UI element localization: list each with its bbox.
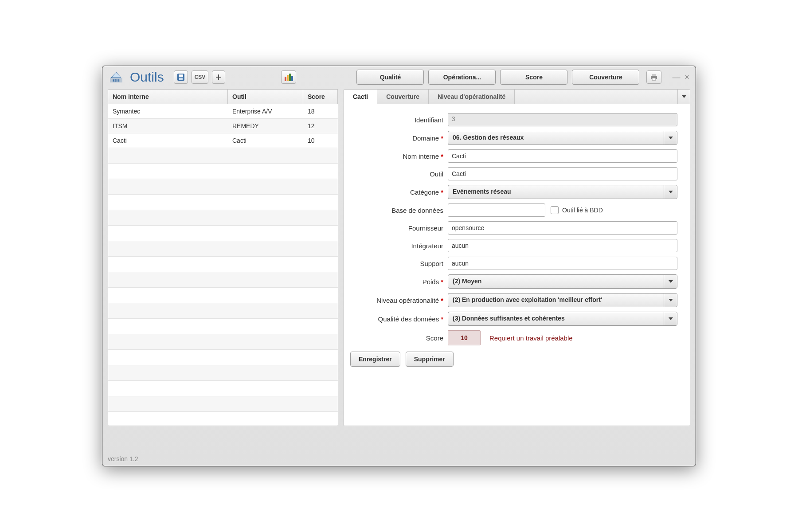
tab-operationalite[interactable]: Opérationa...	[428, 70, 496, 85]
cell-outil	[228, 210, 303, 225]
chevron-down-icon	[664, 275, 677, 288]
save-button[interactable]	[174, 70, 188, 84]
close-button[interactable]: ×	[685, 73, 689, 81]
chevron-down-icon	[664, 312, 677, 325]
field-support[interactable]	[448, 257, 677, 270]
delete-button[interactable]: Supprimer	[406, 352, 454, 367]
field-qualite-donnees[interactable]: (3) Données suffisantes et cohérentes	[448, 312, 677, 326]
cell-outil	[228, 257, 303, 272]
cell-outil	[228, 179, 303, 194]
tab-qualite[interactable]: Qualité	[356, 70, 424, 85]
cell-outil	[228, 164, 303, 179]
top-nav: Qualité Opérationa... Score Couverture —…	[356, 70, 689, 85]
cell-outil	[228, 226, 303, 241]
cell-outil: Cacti	[228, 133, 303, 148]
detail-panel: Cacti Couverture Niveau d'opérationalité…	[344, 89, 690, 426]
save-button[interactable]: Enregistrer	[350, 352, 400, 367]
cell-outil	[228, 195, 303, 210]
table-row[interactable]: SymantecEnterprise A/V18	[108, 104, 338, 119]
detail-tab-cacti[interactable]: Cacti	[344, 90, 377, 104]
svg-rect-9	[291, 76, 293, 81]
cell-score	[303, 272, 338, 287]
cell-nom	[108, 257, 228, 272]
main-body: Nom interne Outil Score SymantecEnterpri…	[102, 89, 696, 454]
table-row	[108, 164, 338, 179]
tab-couverture[interactable]: Couverture	[572, 70, 639, 85]
detail-tab-overflow[interactable]	[677, 90, 690, 104]
cell-outil	[228, 319, 303, 334]
table-row	[108, 303, 338, 319]
label-fournisseur: Fournisseur	[350, 224, 448, 232]
svg-rect-4	[179, 74, 183, 77]
chevron-down-icon	[664, 185, 677, 199]
field-identifiant: 3	[448, 113, 677, 126]
field-fournisseur[interactable]	[448, 221, 677, 235]
detail-form: Identifiant 3 Domaine* 06. Gestion des r…	[344, 104, 690, 373]
svg-text:ESIS: ESIS	[113, 79, 120, 82]
field-base-donnees[interactable]	[448, 203, 545, 217]
app-title: Outils	[130, 70, 164, 85]
table-row[interactable]: CactiCacti10	[108, 133, 338, 148]
app-logo-icon: ESIS	[109, 70, 124, 84]
label-nom-interne: Nom interne*	[350, 153, 448, 160]
topbar: ESIS Outils CSV Qualité Opérationa... Sc…	[102, 66, 696, 89]
checkbox-lie-bdd[interactable]	[551, 206, 559, 214]
field-score: 10	[448, 330, 481, 345]
table-row[interactable]: ITSMREMEDY12	[108, 119, 338, 133]
field-categorie[interactable]: Evènements réseau	[448, 185, 677, 199]
detail-tabs: Cacti Couverture Niveau d'opérationalité	[344, 90, 690, 104]
table-row	[108, 396, 338, 412]
cell-nom	[108, 226, 228, 241]
table-row	[108, 350, 338, 365]
table-row	[108, 381, 338, 396]
chevron-down-icon	[664, 293, 677, 307]
col-score[interactable]: Score	[303, 90, 338, 104]
bar-chart-icon	[284, 73, 293, 81]
detail-tab-niveau[interactable]: Niveau d'opérationalité	[429, 90, 515, 104]
cell-score	[303, 303, 338, 318]
label-domaine: Domaine*	[350, 134, 448, 142]
cell-nom: Cacti	[108, 133, 228, 148]
add-button[interactable]	[212, 70, 225, 84]
detail-tab-couverture[interactable]: Couverture	[377, 90, 429, 104]
cell-score	[303, 179, 338, 194]
col-outil[interactable]: Outil	[228, 90, 303, 104]
table-row	[108, 148, 338, 164]
cell-outil	[228, 350, 303, 365]
cell-nom	[108, 303, 228, 318]
score-note: Requiert un travail préalable	[489, 334, 573, 342]
minimize-button[interactable]: —	[672, 73, 680, 81]
cell-nom: ITSM	[108, 119, 228, 133]
cell-score: 18	[303, 104, 338, 118]
field-outil[interactable]	[448, 167, 677, 180]
field-niveau-op[interactable]: (2) En production avec exploitation 'mei…	[448, 293, 677, 307]
field-nom-interne[interactable]	[448, 149, 677, 163]
field-integrateur[interactable]	[448, 239, 677, 252]
cell-outil	[228, 288, 303, 303]
label-support: Support	[350, 260, 448, 267]
label-poids: Poids*	[350, 278, 448, 286]
cell-nom	[108, 365, 228, 380]
chart-button[interactable]	[281, 70, 296, 84]
tools-table: Nom interne Outil Score SymantecEnterpri…	[108, 89, 338, 426]
svg-rect-7	[287, 75, 289, 81]
print-button[interactable]	[646, 70, 661, 84]
cell-score	[303, 288, 338, 303]
printer-icon	[650, 74, 658, 81]
svg-rect-8	[289, 74, 291, 81]
col-nom-interne[interactable]: Nom interne	[108, 90, 228, 104]
cell-score	[303, 164, 338, 179]
cell-score	[303, 257, 338, 272]
csv-export-button[interactable]: CSV	[192, 70, 209, 84]
field-domaine[interactable]: 06. Gestion des réseaux	[448, 131, 677, 145]
cell-outil	[228, 396, 303, 411]
cell-score: 12	[303, 119, 338, 133]
table-row	[108, 319, 338, 334]
field-poids[interactable]: (2) Moyen	[448, 274, 677, 289]
cell-nom	[108, 210, 228, 225]
plus-icon	[215, 74, 222, 80]
table-row	[108, 288, 338, 303]
tab-score[interactable]: Score	[500, 70, 567, 85]
cell-nom	[108, 195, 228, 210]
cell-nom	[108, 179, 228, 194]
